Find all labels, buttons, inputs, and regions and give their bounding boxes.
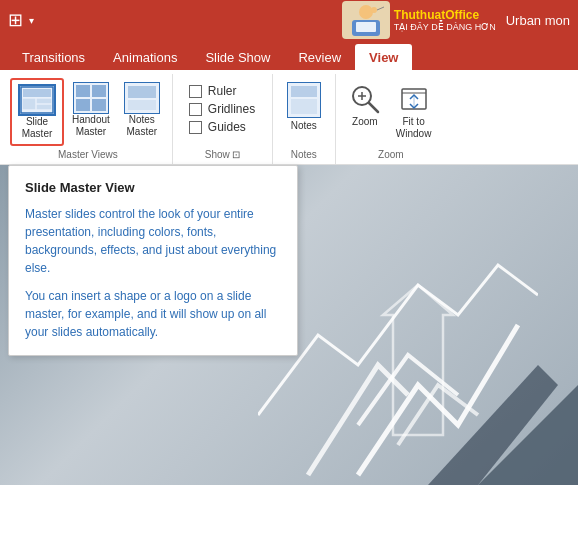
svg-point-4 (371, 7, 377, 13)
show-expand-icon[interactable]: ⊡ (232, 149, 240, 160)
tooltip-paragraph2: You can insert a shape or a logo on a sl… (25, 287, 281, 341)
notes-icon (287, 82, 321, 118)
svg-rect-3 (356, 22, 376, 32)
slide-shapes (278, 305, 578, 485)
notes-button[interactable]: Notes (279, 78, 329, 136)
ribbon-group-show: Ruler Gridlines Guides Show ⊡ (173, 74, 273, 164)
gridlines-checkbox[interactable] (189, 103, 202, 116)
tooltip-title: Slide Master View (25, 180, 281, 195)
handout-master-icon (73, 82, 109, 114)
gridlines-checkbox-item[interactable]: Gridlines (189, 102, 255, 116)
notes-label: Notes (291, 120, 317, 132)
zoom-button[interactable]: Zoom (342, 78, 388, 132)
notes-master-icon (124, 82, 160, 114)
logo-area: ThuthuatOffice TẠI ĐÂY DỄ DÀNG HƠN Urban… (342, 1, 570, 39)
slide-master-icon (18, 84, 56, 116)
guides-label: Guides (208, 120, 246, 134)
dropdown-icon: ▾ (29, 15, 34, 26)
tab-view[interactable]: View (355, 44, 412, 70)
svg-rect-9 (37, 99, 51, 103)
ribbon-group-notes: Notes Notes (273, 74, 336, 164)
zoom-group-label: Zoom (342, 146, 440, 164)
zoom-content: Zoom Fit toWindow (342, 78, 440, 146)
header-bar: ⊞ ▾ ThuthuatOffice TẠI ĐÂY DỄ DÀNG HƠN U… (0, 0, 578, 40)
handout-master-button[interactable]: HandoutMaster (66, 78, 116, 142)
gridlines-label: Gridlines (208, 102, 255, 116)
ribbon-group-zoom: Zoom Fit toWindow Zoom (336, 74, 446, 164)
tab-review[interactable]: Review (284, 44, 355, 70)
svg-rect-7 (23, 89, 51, 97)
ruler-label: Ruler (208, 84, 237, 98)
tooltip-popup: Slide Master View Master slides control … (8, 165, 298, 356)
svg-point-1 (359, 5, 373, 19)
svg-rect-10 (37, 105, 51, 109)
notes-group-label: Notes (279, 146, 329, 164)
ribbon: SlideMaster HandoutMaster NotesMaster (0, 70, 578, 165)
logo-image (342, 1, 390, 39)
zoom-icon (348, 82, 382, 116)
fit-to-window-button[interactable]: Fit toWindow (390, 78, 438, 144)
fit-to-window-icon (397, 82, 431, 116)
ruler-checkbox-item[interactable]: Ruler (189, 84, 255, 98)
notes-master-button[interactable]: NotesMaster (118, 78, 166, 142)
slide-master-label: SlideMaster (22, 116, 53, 140)
brand-name: ThuthuatOffice (394, 8, 496, 22)
notes-content: Notes (279, 78, 329, 146)
show-label: Show ⊡ (179, 146, 266, 164)
ribbon-group-master-views: SlideMaster HandoutMaster NotesMaster (4, 74, 173, 164)
fit-to-window-label: Fit toWindow (396, 116, 432, 140)
tab-transitions[interactable]: Transitions (8, 44, 99, 70)
slide-master-button[interactable]: SlideMaster (10, 78, 64, 146)
guides-checkbox[interactable] (189, 121, 202, 134)
ruler-checkbox[interactable] (189, 85, 202, 98)
app-title: Urban mon (506, 13, 570, 28)
brand-subtitle: TẠI ĐÂY DỄ DÀNG HƠN (394, 22, 496, 32)
tooltip-paragraph1: Master slides control the look of your e… (25, 205, 281, 277)
brand-text: ThuthuatOffice TẠI ĐÂY DỄ DÀNG HƠN (394, 8, 496, 32)
master-views-content: SlideMaster HandoutMaster NotesMaster (10, 78, 166, 146)
handout-master-label: HandoutMaster (72, 114, 110, 138)
tab-animations[interactable]: Animations (99, 44, 191, 70)
tab-bar: Transitions Animations Slide Show Review… (0, 40, 578, 70)
svg-rect-8 (23, 99, 35, 109)
show-group-label: Show (205, 149, 230, 160)
notes-master-label: NotesMaster (127, 114, 158, 138)
show-content: Ruler Gridlines Guides (179, 78, 266, 146)
master-views-label: Master Views (10, 146, 166, 164)
svg-line-12 (369, 103, 378, 112)
zoom-label: Zoom (352, 116, 378, 128)
grid-icon: ⊞ (8, 9, 23, 31)
guides-checkbox-item[interactable]: Guides (189, 120, 255, 134)
tab-slideshow[interactable]: Slide Show (191, 44, 284, 70)
show-checkboxes: Ruler Gridlines Guides (179, 78, 265, 134)
